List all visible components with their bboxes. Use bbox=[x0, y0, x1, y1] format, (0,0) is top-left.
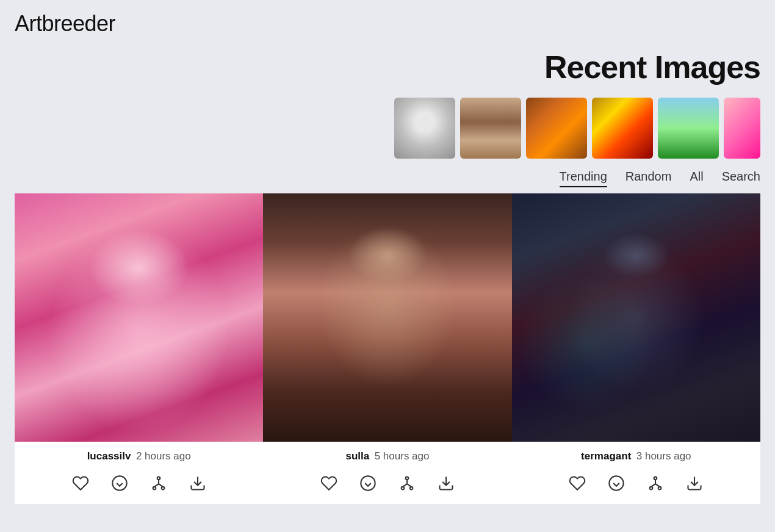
card-actions-1 bbox=[15, 469, 263, 504]
svg-point-17 bbox=[654, 477, 657, 480]
download-icon-1 bbox=[189, 475, 206, 492]
tab-search[interactable]: Search bbox=[722, 170, 760, 187]
image-grid: lucassilv 2 hours ago bbox=[15, 193, 760, 504]
card-info-1: lucassilv 2 hours ago bbox=[15, 442, 263, 469]
svg-line-14 bbox=[407, 484, 411, 487]
tree-button-2[interactable] bbox=[396, 472, 418, 494]
svg-point-8 bbox=[361, 476, 375, 491]
tab-trending[interactable]: Trending bbox=[560, 170, 607, 187]
thumbnail-5[interactable] bbox=[658, 98, 719, 159]
time-2: 5 hours ago bbox=[375, 450, 430, 462]
rate-button-2[interactable] bbox=[357, 472, 379, 494]
image-card-1: lucassilv 2 hours ago bbox=[15, 193, 263, 504]
site-title: Artbreeder bbox=[15, 11, 115, 36]
main-content: lucassilv 2 hours ago bbox=[0, 193, 775, 528]
image-card-3: termagant 3 hours ago bbox=[512, 193, 760, 504]
tree-button-1[interactable] bbox=[148, 472, 170, 494]
thumbnail-2[interactable] bbox=[460, 98, 521, 159]
time-3: 3 hours ago bbox=[636, 450, 691, 462]
like-button-3[interactable] bbox=[566, 472, 588, 494]
image-2[interactable] bbox=[263, 193, 511, 442]
svg-point-2 bbox=[153, 487, 156, 490]
username-2[interactable]: sulla bbox=[345, 450, 369, 462]
tab-all[interactable]: All bbox=[690, 170, 703, 187]
tree-icon-2 bbox=[398, 475, 416, 492]
like-button-2[interactable] bbox=[318, 472, 340, 494]
card-actions-3 bbox=[512, 469, 760, 504]
svg-line-6 bbox=[159, 484, 163, 487]
svg-point-9 bbox=[406, 477, 409, 480]
svg-line-5 bbox=[154, 484, 159, 487]
thumbnail-4[interactable] bbox=[592, 98, 653, 159]
svg-point-11 bbox=[410, 487, 413, 490]
svg-point-19 bbox=[658, 487, 661, 490]
right-section: Recent Images Trending Random All Search bbox=[0, 49, 775, 187]
tree-button-3[interactable] bbox=[644, 472, 666, 494]
like-button-1[interactable] bbox=[70, 472, 92, 494]
download-icon-3 bbox=[686, 475, 703, 492]
tree-icon-1 bbox=[150, 475, 167, 492]
image-3[interactable] bbox=[512, 193, 760, 442]
heart-icon-1 bbox=[72, 475, 89, 492]
image-card-2: sulla 5 hours ago bbox=[263, 193, 511, 504]
svg-point-10 bbox=[402, 487, 405, 490]
svg-point-3 bbox=[161, 487, 164, 490]
thumbnail-1[interactable] bbox=[394, 98, 455, 159]
download-button-1[interactable] bbox=[187, 472, 209, 494]
chevron-circle-icon-1 bbox=[111, 475, 128, 492]
download-button-2[interactable] bbox=[435, 472, 457, 494]
card-actions-2 bbox=[263, 469, 511, 504]
svg-point-0 bbox=[112, 476, 126, 491]
svg-line-13 bbox=[403, 484, 407, 487]
username-3[interactable]: termagant bbox=[581, 450, 631, 462]
card-info-2: sulla 5 hours ago bbox=[263, 442, 511, 469]
heart-icon-3 bbox=[569, 475, 586, 492]
chevron-circle-icon-2 bbox=[359, 475, 377, 492]
time-1: 2 hours ago bbox=[136, 450, 191, 462]
rate-button-1[interactable] bbox=[109, 472, 131, 494]
header: Artbreeder bbox=[0, 0, 775, 43]
nav-tabs: Trending Random All Search bbox=[560, 170, 760, 187]
username-1[interactable]: lucassilv bbox=[87, 450, 131, 462]
tree-icon-3 bbox=[647, 475, 664, 492]
chevron-circle-icon-3 bbox=[608, 475, 625, 492]
download-icon-2 bbox=[438, 475, 455, 492]
recent-images-title: Recent Images bbox=[544, 49, 760, 85]
thumbnails-row bbox=[394, 98, 760, 159]
heart-icon-2 bbox=[320, 475, 337, 492]
thumbnail-3[interactable] bbox=[526, 98, 587, 159]
tab-random[interactable]: Random bbox=[625, 170, 672, 187]
rate-button-3[interactable] bbox=[605, 472, 627, 494]
svg-point-1 bbox=[157, 477, 160, 480]
svg-point-16 bbox=[610, 476, 624, 491]
svg-line-22 bbox=[655, 484, 660, 487]
svg-line-21 bbox=[651, 484, 655, 487]
svg-point-18 bbox=[650, 487, 653, 490]
card-info-3: termagant 3 hours ago bbox=[512, 442, 760, 469]
image-1[interactable] bbox=[15, 193, 263, 442]
download-button-3[interactable] bbox=[683, 472, 705, 494]
thumbnail-6[interactable] bbox=[724, 98, 760, 159]
